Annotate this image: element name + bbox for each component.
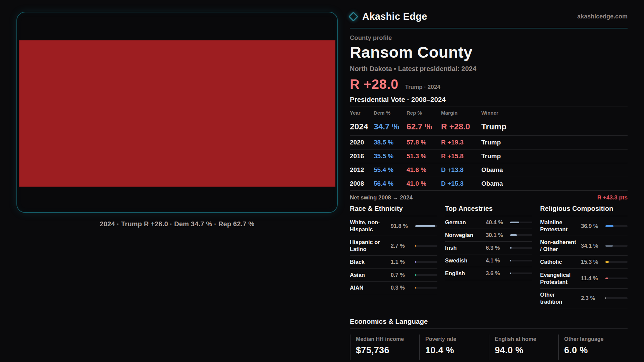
diamond-icon: [348, 11, 359, 21]
column-header-year: Year: [350, 110, 374, 116]
cell-dem-pct: 38.5 %: [374, 139, 407, 146]
net-swing-value: R +43.3 pts: [597, 194, 628, 201]
brand-domain-link[interactable]: akashicedge.com: [577, 13, 628, 20]
top-ancestries-column: Top Ancestries German 40.4 % Norwegian 3…: [445, 205, 533, 308]
vote-table-row: 2016 35.5 % 51.3 % R +15.8 Trump: [350, 149, 628, 163]
demographic-label: Non-adherent / Other: [540, 239, 577, 253]
demographic-value: 6.3 %: [486, 245, 506, 251]
demographic-value: 30.1 %: [486, 232, 506, 238]
cell-dem-pct: 56.4 %: [374, 180, 407, 187]
demographic-label: AIAN: [350, 284, 387, 291]
demographic-bar: [415, 287, 437, 289]
demographic-label: Mainline Protestant: [540, 219, 577, 233]
demographics-grid: Race & Ethnicity White, non-Hispanic 91.…: [350, 205, 628, 308]
demographic-row: Norwegian 30.1 %: [445, 229, 533, 242]
vote-table-row: 2024 34.7 % 62.7 % R +28.0 Trump: [350, 118, 628, 135]
stat-label: English at home: [495, 336, 558, 342]
demographic-value: 11.4 %: [581, 275, 602, 282]
demographic-bar-fill: [415, 245, 416, 247]
page-subtitle: North Dakota • Latest presidential: 2024: [350, 65, 628, 73]
cell-winner: Obama: [481, 180, 628, 187]
top-ancestries-title: Top Ancestries: [445, 205, 533, 216]
race-ethnicity-rows: White, non-Hispanic 91.8 % Hispanic or L…: [350, 216, 437, 294]
net-swing-row: Net swing 2008 → 2024 R +43.3 pts: [350, 191, 628, 204]
cell-rep-pct: 41.0 %: [407, 180, 441, 187]
headline-margin-row: R +28.0 Trump · 2024: [350, 77, 628, 92]
brand-logo: Akashic Edge: [350, 11, 427, 22]
demographic-bar-fill: [415, 225, 436, 227]
county-profile-page: 2024 · Trump R +28.0 · Dem 34.7 % · Rep …: [0, 0, 644, 362]
demographic-bar: [605, 278, 628, 279]
brand-name: Akashic Edge: [362, 11, 427, 22]
demographic-row: Non-adherent / Other 34.1 %: [540, 236, 628, 256]
cell-margin: R +19.3: [441, 139, 481, 146]
page-title: Ransom County: [350, 43, 628, 61]
demographic-bar: [415, 225, 437, 227]
demographic-bar: [510, 247, 532, 249]
vote-table-row: 2020 38.5 % 57.8 % R +19.3 Trump: [350, 135, 628, 149]
demographic-row: Swedish 4.1 %: [445, 254, 533, 267]
column-header-dem: Dem %: [374, 110, 407, 116]
cell-year: 2012: [350, 166, 374, 174]
cell-margin: D +13.8: [441, 166, 481, 174]
cell-year: 2016: [350, 153, 374, 160]
demographic-bar: [510, 222, 532, 223]
demographic-value: 2.3 %: [581, 295, 602, 301]
demographic-label: Irish: [445, 244, 482, 251]
demographic-row: Hispanic or Latino 2.7 %: [350, 236, 437, 256]
demographic-row: Mainline Protestant 36.9 %: [540, 216, 628, 236]
demographic-bar-fill: [605, 297, 606, 299]
brand-header: Akashic Edge akashicedge.com: [350, 9, 628, 24]
demographic-row: Black 1.1 %: [350, 256, 437, 268]
demographic-label: Norwegian: [445, 232, 482, 239]
demographic-row: Asian 0.7 %: [350, 269, 437, 282]
demographic-label: White, non-Hispanic: [350, 219, 387, 233]
religious-composition-column: Religious Composition Mainline Protestan…: [540, 205, 628, 308]
demographic-value: 0.7 %: [391, 272, 412, 278]
vote-table-title: Presidential Vote · 2008–2024: [350, 96, 628, 104]
religious-composition-title: Religious Composition: [540, 205, 628, 216]
demographic-bar-fill: [415, 274, 416, 276]
demographic-value: 3.6 %: [486, 270, 506, 277]
top-ancestries-rows: German 40.4 % Norwegian 30.1 % Irish 6.3…: [445, 216, 533, 280]
demographic-value: 36.9 %: [581, 223, 602, 229]
county-map-shape: [19, 40, 335, 187]
demographic-bar-fill: [605, 245, 613, 247]
demographic-bar: [415, 261, 437, 263]
profile-panel: Akashic Edge akashicedge.com County prof…: [350, 9, 628, 362]
cell-rep-pct: 51.3 %: [407, 153, 441, 160]
demographic-value: 34.1 %: [581, 243, 602, 249]
cell-year: 2008: [350, 180, 374, 187]
cell-rep-pct: 57.8 %: [407, 139, 441, 146]
cell-winner: Trump: [481, 122, 628, 131]
demographic-label: Asian: [350, 272, 387, 279]
stat-label: Median HH income: [356, 336, 419, 342]
demographic-bar-fill: [415, 287, 416, 289]
demographic-bar: [605, 245, 628, 247]
cell-year: 2020: [350, 139, 374, 146]
demographic-label: Evangelical Protestant: [540, 272, 577, 286]
demographic-label: German: [445, 219, 482, 226]
economics-stat-card: Poverty rate 10.4 %: [419, 335, 489, 360]
demographic-row: Other tradition 2.3 %: [540, 289, 628, 308]
stat-value: $75,736: [356, 345, 419, 356]
cell-margin: R +28.0: [441, 122, 481, 131]
cell-dem-pct: 35.5 %: [374, 153, 407, 160]
vote-table-header: Year Dem % Rep % Margin Winner: [350, 107, 628, 118]
demographic-value: 91.8 %: [391, 223, 412, 229]
map-section: 2024 · Trump R +28.0 · Dem 34.7 % · Rep …: [16, 12, 338, 228]
vote-table-body: 2024 34.7 % 62.7 % R +28.0 Trump 2020 38…: [350, 118, 628, 191]
economics-stats: Median HH income $75,736 Poverty rate 10…: [350, 335, 628, 360]
demographic-bar-fill: [605, 278, 608, 279]
vote-table-row: 2012 55.4 % 41.6 % D +13.8 Obama: [350, 163, 628, 177]
column-header-margin: Margin: [441, 110, 481, 116]
stat-value: 10.4 %: [425, 345, 489, 356]
demographic-bar-fill: [510, 222, 519, 223]
demographic-value: 2.7 %: [391, 243, 412, 249]
demographic-value: 0.3 %: [391, 285, 412, 291]
demographic-label: Swedish: [445, 257, 482, 264]
demographic-bar-fill: [415, 261, 416, 263]
column-header-rep: Rep %: [407, 110, 441, 116]
demographic-value: 40.4 %: [486, 219, 506, 226]
demographic-label: Other tradition: [540, 291, 577, 305]
